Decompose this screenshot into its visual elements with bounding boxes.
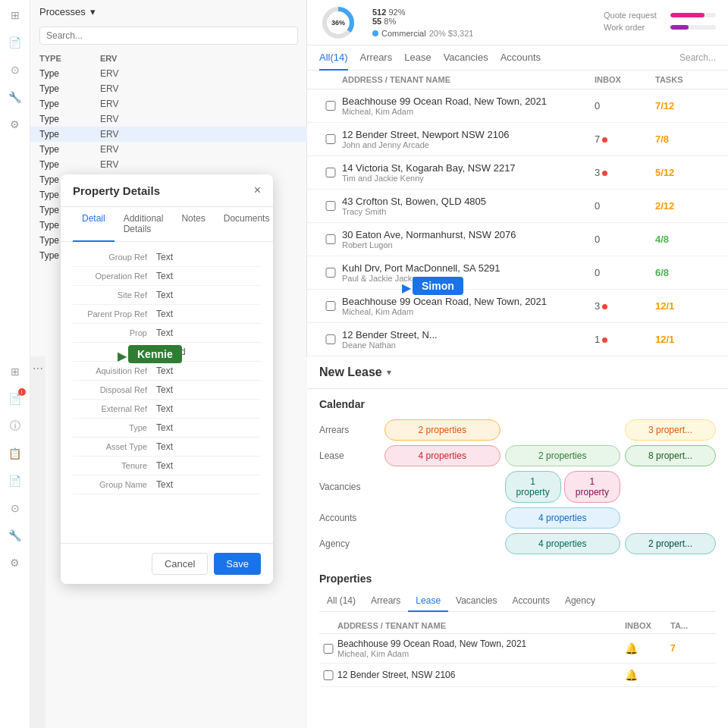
props-tab-all[interactable]: All (14) bbox=[319, 591, 363, 612]
processes-header[interactable]: Processes ▾ bbox=[30, 0, 307, 24]
props-tab-arrears[interactable]: Arrears bbox=[363, 591, 408, 612]
modal-tab-additional[interactable]: Additional Details bbox=[115, 207, 173, 242]
bottom-sidebar-icon-3[interactable]: ⓘ bbox=[6, 417, 24, 435]
sidebar-icon-3[interactable]: ⊙ bbox=[6, 61, 24, 79]
table-row[interactable]: 30 Eaton Ave, Normanhurst, NSW 2076 Robe… bbox=[307, 223, 728, 256]
row-checkbox[interactable] bbox=[319, 301, 342, 311]
props-row-2[interactable]: 12 Bender Street, NSW 2106 🔔 bbox=[319, 664, 716, 687]
cal-chip-lease-1[interactable]: 4 properties bbox=[384, 445, 500, 466]
property-details-modal: Property Details × Detail Additional Det… bbox=[61, 174, 273, 584]
row-tasks-val: 12/1 bbox=[655, 334, 716, 345]
row-checkbox[interactable] bbox=[319, 134, 342, 144]
cancel-button[interactable]: Cancel bbox=[152, 553, 208, 575]
table-row[interactable]: Beachhouse 99 Ocean Road, New Town, 2021… bbox=[307, 290, 728, 323]
row-inbox-val: 0 bbox=[595, 200, 655, 212]
parent-prop-ref-value[interactable]: Text bbox=[156, 309, 261, 319]
row-checkbox[interactable] bbox=[319, 101, 342, 111]
cal-chip-arrears-right[interactable]: 3 propert... bbox=[625, 419, 716, 441]
list-row[interactable]: TypeERV bbox=[30, 111, 307, 127]
cal-chip-agency-1[interactable]: 4 properties bbox=[505, 533, 621, 554]
list-row[interactable]: TypeERV bbox=[30, 96, 307, 111]
sidebar-icon-1[interactable]: ⊞ bbox=[6, 6, 24, 24]
row-inbox-val: 0 bbox=[595, 100, 655, 111]
tab-lease[interactable]: Lease bbox=[404, 46, 431, 71]
bottom-sidebar-icon-4[interactable]: 📋 bbox=[6, 444, 24, 463]
sidebar-icon-2[interactable]: 📄 bbox=[6, 33, 24, 52]
sidebar-icon-4[interactable]: 🔧 bbox=[6, 88, 24, 106]
row-checkbox[interactable] bbox=[319, 234, 342, 244]
disposal-ref-value[interactable]: Text bbox=[156, 384, 261, 395]
tab-vacancies[interactable]: Vacancies bbox=[444, 46, 488, 71]
processes-label: Processes bbox=[39, 6, 86, 17]
site-ref-value[interactable]: Text bbox=[156, 290, 261, 300]
props-address-col: Address / Tenant Name bbox=[337, 621, 625, 630]
table-row[interactable]: Beachhouse 99 Ocean Road, New Town, 2021… bbox=[307, 89, 728, 123]
type-value[interactable]: Text bbox=[156, 422, 261, 433]
commercial-val: 20% $3,321 bbox=[429, 29, 474, 38]
cal-chip-lease-right[interactable]: 8 propert... bbox=[625, 445, 716, 466]
props-tab-vacancies[interactable]: Vacancies bbox=[448, 591, 504, 612]
asset-type-value[interactable]: Text bbox=[156, 441, 261, 452]
bottom-sidebar-icon-6[interactable]: ⊙ bbox=[6, 499, 24, 517]
group-name-value[interactable]: Text bbox=[156, 479, 261, 490]
type-label: Type bbox=[73, 423, 156, 432]
external-ref-value[interactable]: Text bbox=[156, 403, 261, 414]
sidebar-icon-5[interactable]: ⚙ bbox=[6, 115, 24, 133]
modal-tab-documents[interactable]: Documents bbox=[215, 207, 279, 242]
cal-chip-agency-right[interactable]: 2 propert... bbox=[625, 533, 716, 554]
props-row-2-checkbox[interactable] bbox=[319, 670, 337, 680]
list-row[interactable]: TypeERV bbox=[30, 81, 307, 96]
props-row-1[interactable]: Beachhouse 99 Ocean Road, New Town, 2021… bbox=[319, 634, 716, 664]
acquisition-ref-value[interactable]: Text bbox=[156, 366, 261, 376]
stat-num2: 55 bbox=[372, 17, 381, 26]
operation-ref-value[interactable]: Text bbox=[156, 271, 261, 281]
row-checkbox[interactable] bbox=[319, 201, 342, 211]
group-ref-value[interactable]: Text bbox=[156, 252, 261, 262]
table-row[interactable]: Kuhl Drv, Port MacDonnell, SA 5291 Paul … bbox=[307, 256, 728, 290]
cal-chip-vacancies-2[interactable]: 1 property bbox=[564, 471, 620, 503]
bottom-sidebar-icon-5[interactable]: 📄 bbox=[6, 472, 24, 490]
modal-body: Group Ref Text Operation Ref Text Site R… bbox=[61, 242, 273, 530]
props-tab-lease[interactable]: Lease bbox=[408, 591, 448, 612]
bottom-sidebar-icon-7[interactable]: 🔧 bbox=[6, 526, 24, 544]
form-row-group-name: Group Name Text bbox=[73, 475, 261, 494]
row-inbox-val: 7 bbox=[595, 133, 655, 145]
tab-accounts[interactable]: Accounts bbox=[500, 46, 541, 71]
tab-all[interactable]: All(14) bbox=[319, 46, 348, 71]
form-row-asset-type: Asset Type Text bbox=[73, 438, 261, 457]
table-row[interactable]: 12 Bender Street, N... Deane Nathan 1 12… bbox=[307, 323, 728, 356]
props-tab-agency[interactable]: Agency bbox=[557, 591, 603, 612]
list-row[interactable]: TypeERV bbox=[30, 157, 307, 172]
cal-chip-arrears-1[interactable]: 2 properties bbox=[384, 419, 500, 441]
table-row[interactable]: 43 Crofton St, Bowen, QLD 4805 Tracy Smi… bbox=[307, 190, 728, 223]
row-checkbox[interactable] bbox=[319, 334, 342, 344]
list-row[interactable]: TypeERV bbox=[30, 66, 307, 81]
modal-tab-detail[interactable]: Detail bbox=[73, 207, 115, 242]
save-button[interactable]: Save bbox=[214, 553, 261, 575]
cal-chip-lease-2[interactable]: 2 properties bbox=[505, 445, 621, 466]
new-lease-dropdown-icon[interactable]: ▾ bbox=[387, 367, 391, 378]
bottom-sidebar-icon-2[interactable]: 📄 ! bbox=[6, 390, 24, 408]
table-row[interactable]: 12 Bender Street, Newport NSW 2106 John … bbox=[307, 123, 728, 156]
bottom-sidebar-icon-1[interactable]: ⊞ bbox=[6, 362, 24, 381]
list-row[interactable]: TypeERV bbox=[30, 142, 307, 157]
expand-icon[interactable]: ⋯ bbox=[33, 362, 43, 375]
modal-close-button[interactable]: × bbox=[254, 184, 261, 197]
props-tab-accounts[interactable]: Accounts bbox=[505, 591, 557, 612]
table-row[interactable]: 14 Victoria St, Kogarah Bay, NSW 2217 Ti… bbox=[307, 156, 728, 190]
list-row[interactable]: TypeERV bbox=[30, 127, 307, 142]
props-row-1-checkbox[interactable] bbox=[319, 644, 337, 654]
stats-numbers: 512 92% 55 8% Commercial 20% $3,321 bbox=[372, 8, 473, 38]
row-checkbox[interactable] bbox=[319, 168, 342, 177]
row-tasks-val: 5/12 bbox=[655, 167, 716, 178]
tab-arrears[interactable]: Arrears bbox=[360, 46, 393, 71]
bottom-sidebar-icon-8[interactable]: ⚙ bbox=[6, 554, 24, 572]
row-checkbox[interactable] bbox=[319, 268, 342, 278]
tenure-value[interactable]: Text bbox=[156, 460, 261, 471]
cal-chip-vacancies-1[interactable]: 1 property bbox=[505, 471, 561, 503]
modal-tab-notes[interactable]: Notes bbox=[172, 207, 214, 242]
search-input[interactable] bbox=[39, 27, 298, 45]
search-bar bbox=[30, 24, 307, 51]
prop-value[interactable]: Text bbox=[156, 328, 261, 338]
cal-chip-accounts-1[interactable]: 4 properties bbox=[505, 507, 621, 529]
